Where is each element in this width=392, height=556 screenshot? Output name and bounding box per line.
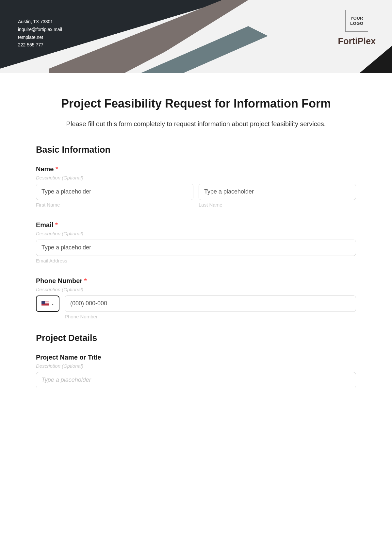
contact-info: Austin, TX 73301 inquire@fortiplex.mail …	[18, 18, 62, 49]
last-name-input[interactable]	[199, 184, 356, 200]
contact-website: template.net	[18, 34, 62, 42]
last-name-sublabel: Last Name	[199, 202, 356, 208]
first-name-sublabel: First Name	[36, 202, 193, 208]
form-description: Please fill out this form completely to …	[36, 119, 356, 129]
us-flag-icon	[41, 301, 49, 306]
field-email: Email * Description (Optional) Email Add…	[36, 221, 356, 263]
country-code-select[interactable]: ⌄	[36, 295, 59, 312]
required-star: *	[55, 221, 58, 228]
page-header: Austin, TX 73301 inquire@fortiplex.mail …	[0, 0, 392, 73]
contact-phone: 222 555 777	[18, 41, 62, 49]
logo-text-1: YOUR	[350, 16, 363, 21]
phone-input[interactable]	[65, 295, 356, 312]
first-name-input[interactable]	[36, 184, 193, 200]
project-name-desc: Description (Optional)	[36, 363, 356, 369]
logo-text-2: LOGO	[350, 21, 363, 26]
svg-rect-11	[41, 305, 49, 306]
phone-sublabel: Phone Number	[65, 314, 356, 319]
email-desc: Description (Optional)	[36, 231, 356, 236]
required-star: *	[84, 277, 87, 284]
svg-rect-12	[41, 301, 45, 304]
phone-label: Phone Number *	[36, 277, 356, 285]
phone-desc: Description (Optional)	[36, 287, 356, 292]
field-project-name: Project Name or Title Description (Optio…	[36, 354, 356, 388]
project-name-input[interactable]	[36, 372, 356, 388]
name-label: Name *	[36, 165, 356, 173]
svg-rect-10	[41, 305, 49, 305]
company-name: FortiPlex	[338, 36, 376, 46]
field-name: Name * Description (Optional) First Name…	[36, 165, 356, 208]
svg-marker-4	[359, 46, 392, 73]
email-input[interactable]	[36, 240, 356, 256]
logo-placeholder: YOUR LOGO	[345, 10, 368, 32]
contact-address: Austin, TX 73301	[18, 18, 62, 26]
required-star: *	[56, 165, 58, 173]
form-title: Project Feasibility Request for Informat…	[36, 96, 356, 111]
svg-rect-9	[41, 304, 49, 304]
project-name-label: Project Name or Title	[36, 354, 356, 361]
chevron-down-icon: ⌄	[51, 301, 54, 306]
form-container: Project Feasibility Request for Informat…	[0, 73, 392, 415]
contact-email: inquire@fortiplex.mail	[18, 26, 62, 34]
field-phone: Phone Number * Description (Optional) ⌄	[36, 277, 356, 319]
email-sublabel: Email Address	[36, 258, 356, 263]
section-project-details: Project Details	[36, 333, 356, 343]
email-label: Email *	[36, 221, 356, 229]
name-desc: Description (Optional)	[36, 175, 356, 180]
logo-area: YOUR LOGO FortiPlex	[338, 10, 376, 46]
section-basic-info: Basic Information	[36, 145, 356, 155]
